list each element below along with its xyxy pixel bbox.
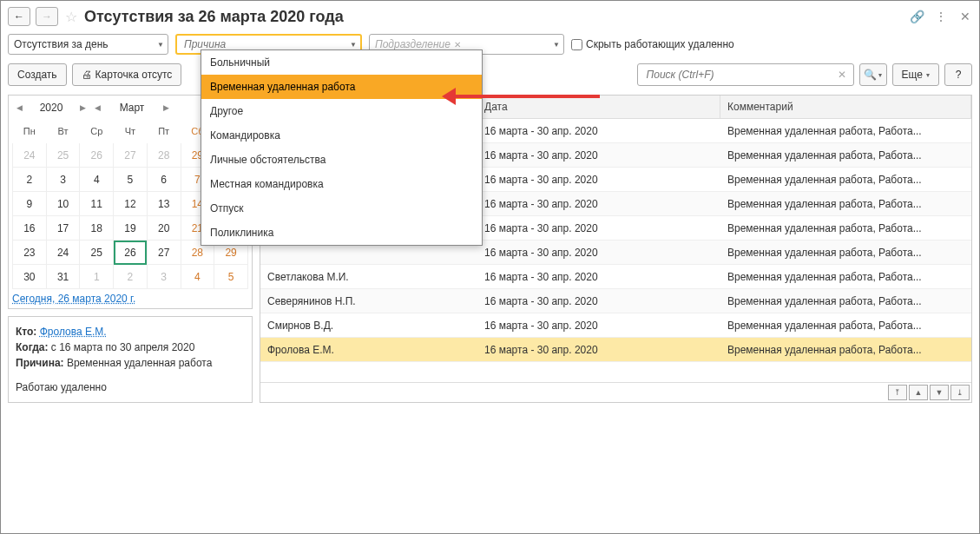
dropdown-item[interactable]: Командировка xyxy=(201,123,482,148)
table-row[interactable]: Смирнов В.Д.16 марта - 30 апр. 2020Време… xyxy=(260,313,971,338)
search-box[interactable]: ✕ xyxy=(637,63,854,86)
cell-name: Смирнов В.Д. xyxy=(260,320,477,332)
clear-icon[interactable]: ✕ xyxy=(454,40,461,49)
dropdown-item[interactable]: Поликлиника xyxy=(201,221,482,245)
search-icon: 🔍 xyxy=(864,69,877,81)
calendar-dow: Вт xyxy=(46,119,80,143)
cell-date: 16 марта - 30 апр. 2020 xyxy=(477,271,720,283)
calendar-day[interactable]: 26 xyxy=(80,143,114,168)
table-row[interactable]: Светлакова М.И.16 марта - 30 апр. 2020Вр… xyxy=(260,265,971,289)
cell-comment: Временная удаленная работа, Работа... xyxy=(720,344,971,356)
calendar-day[interactable]: 5 xyxy=(214,265,248,289)
cell-date: 16 марта - 30 апр. 2020 xyxy=(477,222,720,234)
chevron-down-icon[interactable]: ▼ xyxy=(157,41,164,49)
calendar-day[interactable]: 24 xyxy=(13,143,47,168)
calendar-day[interactable]: 19 xyxy=(114,216,148,241)
grid-scroll-down[interactable]: ▼ xyxy=(930,385,949,400)
cell-name: Северянинов Н.П. xyxy=(260,295,477,307)
chevron-left-icon[interactable]: ◀ xyxy=(95,103,101,112)
chevron-right-icon[interactable]: ▶ xyxy=(163,103,169,112)
cell-date: 16 марта - 30 апр. 2020 xyxy=(477,174,720,186)
dropdown-item[interactable]: Отпуск xyxy=(201,196,482,221)
hide-remote-checkbox[interactable] xyxy=(571,39,582,50)
calendar-day[interactable]: 30 xyxy=(13,265,47,289)
calendar-day[interactable]: 26 xyxy=(114,241,148,265)
printer-icon: 🖨 xyxy=(82,69,92,81)
calendar-day[interactable]: 27 xyxy=(147,241,181,265)
when-label: Когда: xyxy=(16,341,48,353)
calendar-day[interactable]: 2 xyxy=(114,265,148,289)
cell-date: 16 марта - 30 апр. 2020 xyxy=(477,149,720,162)
nav-forward-button[interactable]: → xyxy=(36,7,58,26)
grid-scroll-up[interactable]: ▲ xyxy=(909,385,928,400)
dropdown-item[interactable]: Другое xyxy=(201,99,482,123)
cell-date: 16 марта - 30 апр. 2020 xyxy=(477,125,720,137)
favorite-star-icon[interactable]: ☆ xyxy=(63,9,79,24)
table-row[interactable]: Северянинов Н.П.16 марта - 30 апр. 2020В… xyxy=(260,289,971,313)
page-title: Отсутствия за 26 марта 2020 года xyxy=(84,8,344,26)
calendar-day[interactable]: 13 xyxy=(147,192,181,216)
calendar-day[interactable]: 20 xyxy=(147,216,181,241)
chevron-down-icon[interactable]: ▼ xyxy=(350,41,357,49)
month-select[interactable]: ◀ Март ▶ xyxy=(90,99,174,116)
close-icon[interactable]: ✕ xyxy=(958,10,972,23)
info-card: Кто: Фролова Е.М. Когда: с 16 марта по 3… xyxy=(8,316,253,403)
chevron-left-icon[interactable]: ◀ xyxy=(16,103,23,112)
chevron-right-icon[interactable]: ▶ xyxy=(80,103,86,112)
settings-icon[interactable]: ⋮ xyxy=(934,10,948,23)
calendar-day[interactable]: 28 xyxy=(147,143,181,168)
cell-date: 16 марта - 30 апр. 2020 xyxy=(477,295,720,307)
hide-remote-checkbox-wrap[interactable]: Скрыть работающих удаленно xyxy=(571,38,734,50)
grid-header-comment[interactable]: Комментарий xyxy=(720,96,971,118)
calendar-day[interactable]: 12 xyxy=(114,192,148,216)
dropdown-item[interactable]: Местная командировка xyxy=(201,172,482,196)
grid-scroll-bottom[interactable]: ⤓ xyxy=(950,385,970,400)
calendar-day[interactable]: 4 xyxy=(181,265,214,289)
calendar-day[interactable]: 3 xyxy=(147,265,181,289)
calendar-day[interactable]: 11 xyxy=(80,192,114,216)
dropdown-item[interactable]: Личные обстоятельства xyxy=(201,148,482,172)
view-select[interactable]: Отсутствия за день ▼ xyxy=(8,34,168,55)
dropdown-item[interactable]: Больничный xyxy=(201,50,482,75)
calendar-day[interactable]: 24 xyxy=(46,241,80,265)
calendar-day[interactable]: 2 xyxy=(13,168,47,192)
advanced-search-button[interactable]: 🔍 ▾ xyxy=(859,63,887,86)
today-link[interactable]: Сегодня, 26 марта 2020 г. xyxy=(12,293,135,305)
cell-date: 16 марта - 30 апр. 2020 xyxy=(477,198,720,210)
calendar-day[interactable]: 25 xyxy=(80,241,114,265)
calendar-day[interactable]: 23 xyxy=(13,241,47,265)
calendar-day[interactable]: 27 xyxy=(114,143,148,168)
nav-back-button[interactable]: ← xyxy=(8,7,30,26)
view-select-value: Отсутствия за день xyxy=(14,38,109,50)
grid-header-date[interactable]: Дата xyxy=(477,96,720,118)
search-clear-icon[interactable]: ✕ xyxy=(834,69,850,81)
year-select[interactable]: ◀ 2020 ▶ xyxy=(12,99,90,116)
help-button[interactable]: ? xyxy=(944,63,972,86)
table-row[interactable]: Фролова Е.М.16 марта - 30 апр. 2020Време… xyxy=(260,338,971,362)
dropdown-item[interactable]: Временная удаленная работа xyxy=(201,75,482,99)
calendar-day[interactable]: 16 xyxy=(13,216,47,241)
grid-scroll-top[interactable]: ⤒ xyxy=(888,385,907,400)
grid-footer: ⤒ ▲ ▼ ⤓ xyxy=(260,382,971,402)
calendar-day[interactable]: 5 xyxy=(114,168,148,192)
who-link[interactable]: Фролова Е.М. xyxy=(40,326,107,338)
search-input[interactable] xyxy=(645,68,834,82)
hide-remote-label: Скрыть работающих удаленно xyxy=(586,38,734,50)
calendar-day[interactable]: 1 xyxy=(80,265,114,289)
more-button[interactable]: Еще ▾ xyxy=(892,63,939,86)
chevron-down-icon[interactable]: ▼ xyxy=(553,41,560,49)
calendar-day[interactable]: 25 xyxy=(46,143,80,168)
calendar-day[interactable]: 31 xyxy=(46,265,80,289)
calendar-day[interactable]: 17 xyxy=(46,216,80,241)
link-icon[interactable]: 🔗 xyxy=(910,10,924,23)
calendar-day[interactable]: 3 xyxy=(46,168,80,192)
annotation-arrow xyxy=(452,95,600,98)
calendar-day[interactable]: 4 xyxy=(80,168,114,192)
calendar-day[interactable]: 18 xyxy=(80,216,114,241)
calendar-day[interactable]: 9 xyxy=(13,192,47,216)
card-button[interactable]: 🖨 Карточка отсутс xyxy=(72,63,182,86)
calendar-day[interactable]: 10 xyxy=(46,192,80,216)
chevron-down-icon: ▾ xyxy=(878,71,882,79)
calendar-day[interactable]: 6 xyxy=(147,168,181,192)
create-button[interactable]: Создать xyxy=(8,63,67,86)
